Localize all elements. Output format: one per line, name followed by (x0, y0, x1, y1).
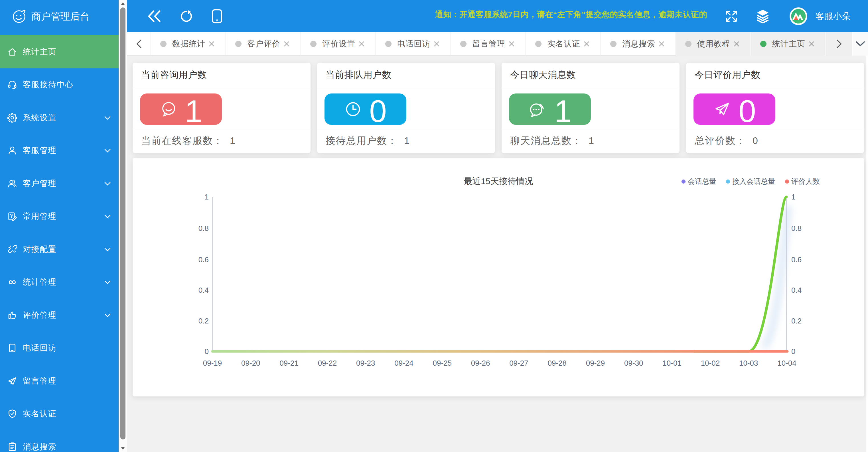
svg-text:09-29: 09-29 (586, 359, 605, 367)
svg-text:09-20: 09-20 (241, 359, 260, 367)
svg-text:0.8: 0.8 (198, 224, 209, 232)
svg-text:09-24: 09-24 (394, 359, 413, 367)
svg-text:评价人数: 评价人数 (791, 177, 820, 185)
svg-text:0.4: 0.4 (791, 286, 802, 294)
svg-text:最近15天接待情况: 最近15天接待情况 (464, 176, 533, 186)
svg-text:09-26: 09-26 (471, 359, 490, 367)
svg-text:0.4: 0.4 (198, 286, 209, 294)
svg-text:0.8: 0.8 (791, 224, 802, 232)
svg-text:1: 1 (791, 193, 795, 201)
svg-text:09-28: 09-28 (548, 359, 567, 367)
svg-text:09-23: 09-23 (356, 359, 375, 367)
svg-text:09-30: 09-30 (624, 359, 643, 367)
svg-text:0.6: 0.6 (791, 255, 802, 264)
svg-text:10-01: 10-01 (662, 359, 682, 367)
svg-text:10-04: 10-04 (777, 359, 797, 367)
svg-text:0.2: 0.2 (198, 317, 209, 325)
svg-text:09-22: 09-22 (318, 359, 337, 367)
svg-text:会话总量: 会话总量 (688, 177, 716, 185)
svg-text:10-03: 10-03 (739, 359, 758, 367)
svg-text:接入会话总量: 接入会话总量 (732, 177, 775, 185)
svg-text:09-19: 09-19 (203, 359, 222, 367)
svg-text:0.2: 0.2 (791, 317, 802, 325)
svg-text:0.6: 0.6 (198, 255, 209, 264)
svg-text:0: 0 (205, 347, 209, 356)
svg-text:1: 1 (205, 193, 209, 201)
svg-text:0: 0 (791, 347, 795, 356)
svg-text:10-02: 10-02 (701, 359, 720, 367)
svg-text:09-27: 09-27 (509, 359, 528, 367)
svg-text:09-21: 09-21 (279, 359, 299, 367)
svg-text:09-25: 09-25 (433, 359, 452, 367)
